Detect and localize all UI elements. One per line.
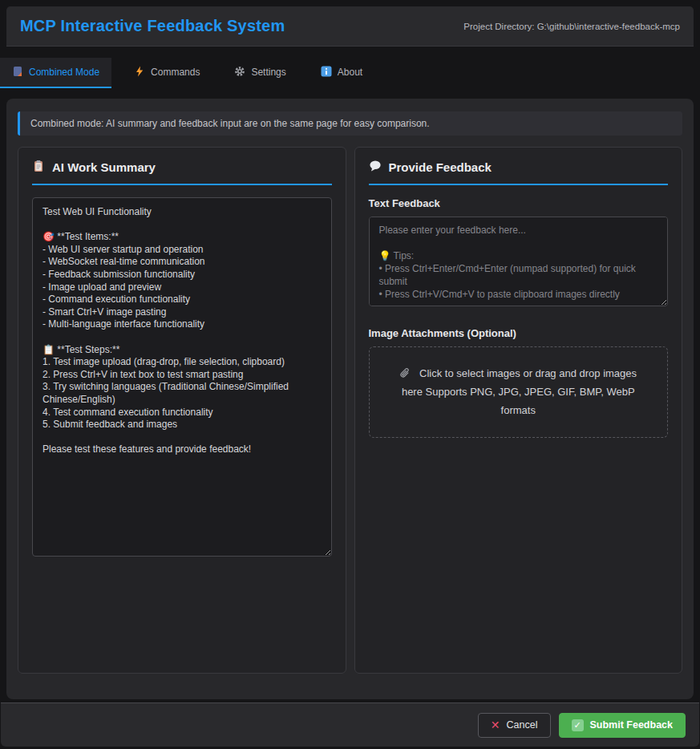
- ai-work-summary-panel: AI Work Summary Test Web UI Functionalit…: [18, 147, 346, 674]
- cancel-button[interactable]: ✕ Cancel: [478, 713, 551, 738]
- lightning-icon: [134, 66, 145, 79]
- tab-bar: Combined Mode Commands Settings Abo: [0, 47, 700, 88]
- provide-feedback-panel: Provide Feedback Text Feedback Image Att…: [354, 147, 683, 674]
- tab-label: Combined Mode: [29, 67, 99, 78]
- ai-summary-textarea[interactable]: Test Web UI Functionality 🎯 **Test Items…: [32, 197, 332, 557]
- tab-about[interactable]: About: [309, 58, 374, 88]
- tab-settings[interactable]: Settings: [222, 58, 297, 88]
- image-attachments-label: Image Attachments (Optional): [369, 327, 669, 339]
- tab-label: Settings: [251, 67, 285, 78]
- text-feedback-label: Text Feedback: [369, 197, 669, 209]
- feedback-panel-title: Provide Feedback: [369, 160, 669, 185]
- tab-label: Commands: [151, 67, 200, 78]
- gear-icon: [234, 66, 245, 79]
- check-icon: ✓: [572, 719, 584, 731]
- upload-instructions: Click to select images or drag and drop …: [390, 365, 647, 419]
- app-header: MCP Interactive Feedback System Project …: [6, 6, 694, 47]
- tab-combined-mode[interactable]: Combined Mode: [0, 58, 111, 88]
- feedback-input-textarea[interactable]: [369, 217, 669, 306]
- action-footer: ✕ Cancel ✓ Submit Feedback: [1, 702, 699, 747]
- x-icon: ✕: [491, 719, 500, 731]
- upload-instructions-text: Click to select images or drag and drop …: [402, 367, 637, 416]
- app-title: MCP Interactive Feedback System: [20, 17, 285, 35]
- summary-panel-title: AI Work Summary: [32, 160, 332, 185]
- clipboard-icon: [32, 160, 45, 175]
- cancel-button-label: Cancel: [507, 719, 538, 731]
- submit-button-label: Submit Feedback: [590, 719, 674, 731]
- tab-label: About: [338, 67, 362, 78]
- image-upload-dropzone[interactable]: Click to select images or drag and drop …: [369, 346, 669, 438]
- panels-row: AI Work Summary Test Web UI Functionalit…: [18, 147, 682, 674]
- tab-commands[interactable]: Commands: [122, 58, 212, 88]
- combined-mode-info-banner: Combined mode: AI summary and feedback i…: [18, 111, 682, 136]
- combined-mode-icon: [12, 66, 23, 79]
- submit-feedback-button[interactable]: ✓ Submit Feedback: [559, 713, 686, 738]
- paperclip-icon: [399, 367, 419, 379]
- summary-panel-title-text: AI Work Summary: [52, 160, 156, 174]
- feedback-panel-title-text: Provide Feedback: [389, 160, 492, 174]
- project-directory-label: Project Directory: G:\github\interactive…: [463, 22, 680, 31]
- main-content: Combined mode: AI summary and feedback i…: [6, 99, 694, 699]
- info-icon: [321, 66, 332, 79]
- speech-bubble-icon: [369, 160, 382, 175]
